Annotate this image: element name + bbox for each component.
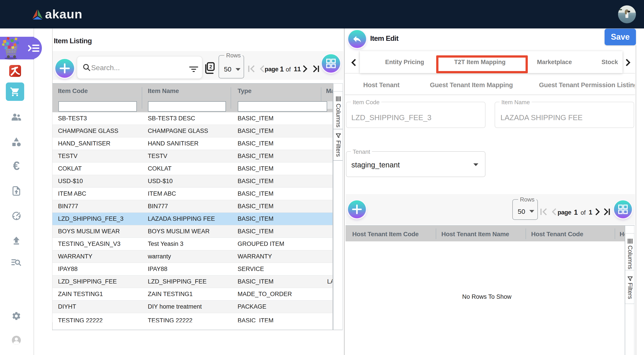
svg-text:2: 2 bbox=[209, 64, 212, 70]
